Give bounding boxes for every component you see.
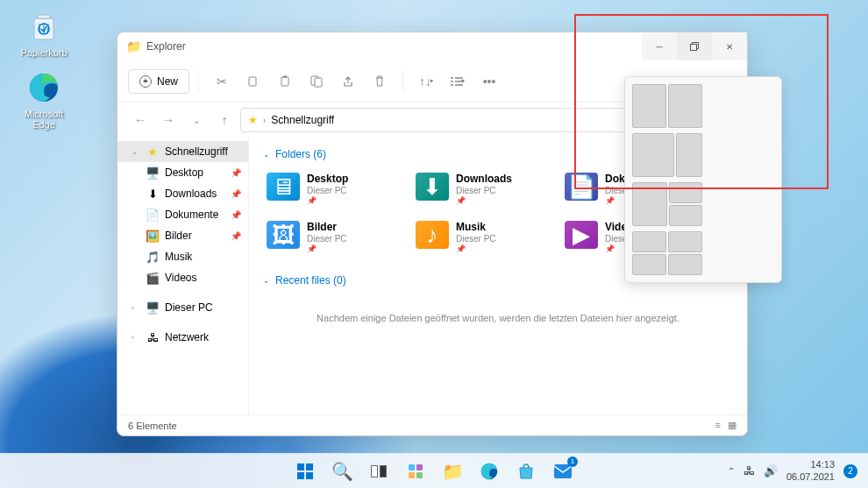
copy-button[interactable]	[239, 67, 267, 95]
icons-view-button[interactable]: ▦	[728, 420, 736, 431]
snap-layout-1-2[interactable]	[632, 182, 702, 226]
minimize-button[interactable]: ─	[642, 32, 677, 60]
start-button[interactable]	[288, 455, 322, 488]
date-label: 06.07.2021	[786, 471, 835, 483]
snap-layout-2col-wide[interactable]	[632, 133, 702, 177]
svg-rect-6	[281, 77, 288, 86]
plus-icon: +	[139, 75, 152, 88]
folder-name: Downloads	[456, 173, 512, 185]
folder-name: Bilder	[307, 221, 347, 233]
svg-rect-9	[315, 78, 322, 87]
desktop-icon-recycle-bin[interactable]: Papierkorb	[13, 9, 75, 58]
chevron-down-icon: ⌄	[263, 150, 270, 159]
folder-item-downloads[interactable]: ⬇DownloadsDieser PC📌	[412, 169, 544, 209]
rename-button[interactable]	[302, 67, 331, 95]
share-button[interactable]	[334, 67, 362, 95]
search-button[interactable]: 🔍	[325, 455, 359, 488]
recycle-bin-icon	[26, 9, 61, 44]
sidebar-item-dokumente[interactable]: 📄Dokumente📌	[117, 204, 248, 225]
sidebar-label: Bilder	[165, 230, 192, 242]
chevron-right-icon: ›	[263, 116, 266, 125]
explorer-icon: 📁	[126, 39, 141, 53]
folder-item-bilder[interactable]: 🖼BilderDieser PC📌	[263, 217, 395, 257]
snap-layout-2x2[interactable]	[632, 231, 702, 275]
task-view-button[interactable]	[362, 455, 395, 488]
folder-icon: ⬇	[416, 173, 449, 201]
item-count: 6 Elemente	[128, 421, 177, 431]
sidebar-item-desktop[interactable]: 🖥️Desktop📌	[117, 162, 248, 183]
edge-icon	[26, 70, 61, 105]
svg-rect-19	[416, 472, 423, 478]
cut-button[interactable]: ✂	[208, 67, 236, 95]
svg-rect-21	[554, 464, 572, 478]
sidebar-label: Schnellzugriff	[165, 145, 228, 158]
pin-icon: 📌	[231, 168, 241, 178]
tray-chevron-up-icon[interactable]: ⌃	[728, 466, 735, 476]
svg-rect-18	[409, 472, 415, 478]
pc-icon: 🖥️	[146, 301, 160, 315]
folder-icon: 📄	[146, 209, 160, 222]
svg-rect-16	[409, 464, 415, 470]
svg-rect-17	[416, 464, 423, 470]
clock[interactable]: 14:13 06.07.2021	[786, 459, 835, 482]
taskbar-mail[interactable]: 1	[546, 455, 580, 488]
notification-badge[interactable]: 2	[843, 464, 857, 478]
view-button[interactable]: ▾	[444, 67, 472, 95]
paste-button[interactable]	[271, 67, 299, 95]
new-label: New	[157, 75, 178, 88]
taskbar-edge[interactable]	[473, 455, 506, 488]
sidebar-item-musik[interactable]: 🎵Musik	[117, 246, 248, 267]
sidebar-item-quickaccess[interactable]: ⌄ ★ Schnellzugriff	[117, 141, 248, 162]
address-bar[interactable]: ★ › Schnellzugriff ⌄	[240, 108, 670, 132]
forward-button[interactable]: →	[156, 108, 181, 132]
details-view-button[interactable]: ≡	[715, 420, 721, 431]
sidebar-item-videos[interactable]: 🎬Videos	[117, 267, 248, 288]
sidebar-item-this-pc[interactable]: › 🖥️ Dieser PC	[117, 297, 248, 318]
folder-icon: ⬇	[146, 187, 160, 201]
widgets-button[interactable]	[399, 455, 432, 488]
pin-icon: 📌	[307, 196, 348, 205]
chevron-down-icon: ⌄	[132, 147, 140, 156]
snap-layout-2col[interactable]	[632, 84, 702, 128]
sidebar: ⌄ ★ Schnellzugriff 🖥️Desktop📌⬇Downloads📌…	[117, 138, 249, 414]
sidebar-label: Downloads	[165, 187, 217, 200]
status-bar: 6 Elemente ≡ ▦	[117, 414, 747, 435]
tray-network-icon[interactable]: 🖧	[743, 464, 755, 477]
folder-location: Dieser PC	[456, 186, 512, 195]
sort-button[interactable]: ↑↓▾	[412, 67, 440, 95]
folder-item-desktop[interactable]: 🖥DesktopDieser PC📌	[263, 169, 395, 209]
tray-volume-icon[interactable]: 🔊	[764, 464, 778, 477]
folder-icon: 🖼	[267, 221, 300, 249]
taskbar-store[interactable]	[509, 455, 543, 488]
desktop-icon-edge[interactable]: Microsoft Edge	[13, 70, 75, 130]
time-label: 14:13	[786, 459, 835, 470]
chevron-down-icon: ⌄	[263, 276, 270, 285]
svg-rect-11	[306, 463, 313, 470]
folder-location: Dieser PC	[456, 234, 496, 244]
back-button[interactable]: ←	[128, 108, 153, 132]
title-bar[interactable]: 📁 Explorer ─ ✕	[117, 32, 747, 60]
breadcrumb-item[interactable]: Schnellzugriff	[271, 114, 334, 126]
chevron-right-icon: ›	[132, 333, 140, 342]
sidebar-label: Desktop	[165, 166, 203, 179]
star-icon: ★	[146, 145, 160, 159]
close-button[interactable]: ✕	[712, 32, 747, 60]
folder-item-musik[interactable]: ♪MusikDieser PC📌	[412, 217, 544, 257]
sidebar-item-network[interactable]: › 🖧 Netzwerk	[117, 327, 248, 348]
up-button[interactable]: ↑	[212, 108, 237, 132]
taskbar-explorer[interactable]: 📁	[436, 455, 469, 488]
recent-button[interactable]: ⌄	[184, 108, 209, 132]
more-button[interactable]: •••	[475, 67, 503, 95]
folder-icon: 🖥	[267, 173, 300, 201]
snap-layouts-popup	[624, 76, 782, 283]
edge-label: Microsoft Edge	[13, 109, 75, 130]
sidebar-item-bilder[interactable]: 🖼️Bilder📌	[117, 225, 248, 246]
svg-rect-15	[381, 465, 387, 477]
maximize-button[interactable]	[677, 32, 712, 60]
new-button[interactable]: + New	[128, 69, 189, 94]
svg-rect-13	[306, 472, 313, 479]
folder-location: Dieser PC	[307, 234, 347, 244]
sidebar-item-downloads[interactable]: ⬇Downloads📌	[117, 183, 248, 204]
delete-button[interactable]	[366, 67, 394, 95]
pin-icon: 📌	[231, 210, 241, 220]
